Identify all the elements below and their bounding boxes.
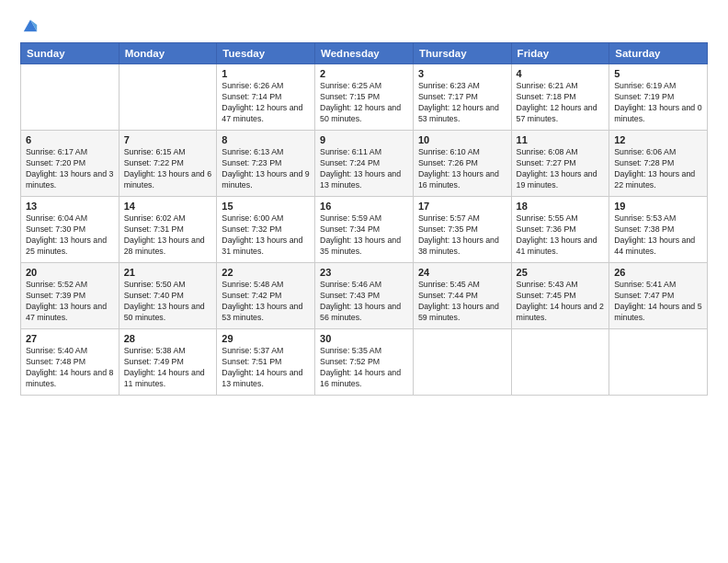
calendar-header: SundayMondayTuesdayWednesdayThursdayFrid…: [21, 43, 708, 64]
day-of-week-header: Wednesday: [315, 43, 414, 64]
calendar-cell: 29Sunrise: 5:37 AM Sunset: 7:51 PM Dayli…: [217, 329, 315, 396]
calendar-cell: 11Sunrise: 6:08 AM Sunset: 7:27 PM Dayli…: [511, 131, 609, 197]
day-info: Sunrise: 5:40 AM Sunset: 7:48 PM Dayligh…: [26, 346, 114, 390]
day-number: 24: [418, 267, 506, 278]
calendar-cell: 4Sunrise: 6:21 AM Sunset: 7:18 PM Daylig…: [511, 64, 609, 131]
calendar-cell: 16Sunrise: 5:59 AM Sunset: 7:34 PM Dayli…: [315, 197, 414, 263]
day-info: Sunrise: 6:02 AM Sunset: 7:31 PM Dayligh…: [124, 213, 212, 258]
day-of-week-header: Thursday: [413, 43, 511, 64]
calendar-cell: 5Sunrise: 6:19 AM Sunset: 7:19 PM Daylig…: [609, 64, 708, 131]
day-number: 6: [26, 134, 114, 145]
day-of-week-header: Tuesday: [217, 43, 315, 64]
calendar-cell: 14Sunrise: 6:02 AM Sunset: 7:31 PM Dayli…: [119, 197, 217, 263]
day-of-week-header: Sunday: [21, 43, 119, 64]
day-of-week-header: Friday: [511, 43, 609, 64]
day-info: Sunrise: 5:50 AM Sunset: 7:40 PM Dayligh…: [124, 280, 212, 324]
calendar-cell: 22Sunrise: 5:48 AM Sunset: 7:42 PM Dayli…: [217, 263, 315, 329]
day-info: Sunrise: 5:59 AM Sunset: 7:34 PM Dayligh…: [320, 213, 408, 258]
calendar-cell: 25Sunrise: 5:43 AM Sunset: 7:45 PM Dayli…: [511, 263, 609, 329]
day-info: Sunrise: 6:08 AM Sunset: 7:27 PM Dayligh…: [517, 147, 605, 191]
day-number: 20: [26, 267, 114, 278]
calendar-week-row: 6Sunrise: 6:17 AM Sunset: 7:20 PM Daylig…: [21, 131, 708, 197]
calendar-cell: 18Sunrise: 5:55 AM Sunset: 7:36 PM Dayli…: [511, 197, 609, 263]
day-number: 15: [222, 201, 310, 212]
calendar-cell: 6Sunrise: 6:17 AM Sunset: 7:20 PM Daylig…: [21, 131, 119, 197]
day-number: 21: [124, 267, 212, 278]
header: [20, 17, 708, 33]
calendar-week-row: 27Sunrise: 5:40 AM Sunset: 7:48 PM Dayli…: [21, 329, 708, 396]
day-info: Sunrise: 5:57 AM Sunset: 7:35 PM Dayligh…: [418, 213, 506, 258]
day-number: 1: [222, 68, 310, 79]
logo-text: [20, 17, 39, 33]
calendar-week-row: 20Sunrise: 5:52 AM Sunset: 7:39 PM Dayli…: [21, 263, 708, 329]
day-number: 14: [124, 201, 212, 212]
day-number: 4: [517, 68, 605, 79]
calendar-cell: 26Sunrise: 5:41 AM Sunset: 7:47 PM Dayli…: [609, 263, 708, 329]
calendar-cell: 2Sunrise: 6:25 AM Sunset: 7:15 PM Daylig…: [315, 64, 414, 131]
calendar-cell: 28Sunrise: 5:38 AM Sunset: 7:49 PM Dayli…: [119, 329, 217, 396]
day-number: 8: [222, 134, 310, 145]
day-number: 23: [320, 267, 408, 278]
day-info: Sunrise: 6:13 AM Sunset: 7:23 PM Dayligh…: [222, 147, 310, 191]
calendar-cell: 15Sunrise: 6:00 AM Sunset: 7:32 PM Dayli…: [217, 197, 315, 263]
day-number: 12: [614, 134, 702, 145]
calendar-cell: 30Sunrise: 5:35 AM Sunset: 7:52 PM Dayli…: [315, 329, 414, 396]
day-number: 13: [26, 201, 114, 212]
calendar: SundayMondayTuesdayWednesdayThursdayFrid…: [20, 42, 708, 396]
day-info: Sunrise: 5:48 AM Sunset: 7:42 PM Dayligh…: [222, 280, 310, 324]
day-number: 28: [124, 333, 212, 344]
day-number: 10: [418, 134, 506, 145]
day-info: Sunrise: 6:00 AM Sunset: 7:32 PM Dayligh…: [222, 213, 310, 258]
calendar-cell: 23Sunrise: 5:46 AM Sunset: 7:43 PM Dayli…: [315, 263, 414, 329]
calendar-cell: [119, 64, 217, 131]
calendar-cell: 12Sunrise: 6:06 AM Sunset: 7:28 PM Dayli…: [609, 131, 708, 197]
day-number: 25: [517, 267, 605, 278]
calendar-cell: 21Sunrise: 5:50 AM Sunset: 7:40 PM Dayli…: [119, 263, 217, 329]
day-number: 27: [26, 333, 114, 344]
day-info: Sunrise: 6:10 AM Sunset: 7:26 PM Dayligh…: [418, 147, 506, 191]
day-info: Sunrise: 6:04 AM Sunset: 7:30 PM Dayligh…: [26, 213, 114, 258]
day-info: Sunrise: 6:15 AM Sunset: 7:22 PM Dayligh…: [124, 147, 212, 191]
day-number: 16: [320, 201, 408, 212]
calendar-cell: 9Sunrise: 6:11 AM Sunset: 7:24 PM Daylig…: [315, 131, 414, 197]
day-number: 3: [418, 68, 506, 79]
day-number: 11: [517, 134, 605, 145]
day-info: Sunrise: 5:45 AM Sunset: 7:44 PM Dayligh…: [418, 280, 506, 324]
calendar-cell: [609, 329, 708, 396]
day-info: Sunrise: 5:43 AM Sunset: 7:45 PM Dayligh…: [517, 280, 605, 324]
day-info: Sunrise: 5:35 AM Sunset: 7:52 PM Dayligh…: [320, 346, 408, 390]
day-info: Sunrise: 6:06 AM Sunset: 7:28 PM Dayligh…: [614, 147, 702, 191]
day-info: Sunrise: 5:41 AM Sunset: 7:47 PM Dayligh…: [614, 280, 702, 324]
day-number: 18: [517, 201, 605, 212]
day-info: Sunrise: 6:17 AM Sunset: 7:20 PM Dayligh…: [26, 147, 114, 191]
day-of-week-header: Monday: [119, 43, 217, 64]
day-number: 19: [614, 201, 702, 212]
calendar-cell: 7Sunrise: 6:15 AM Sunset: 7:22 PM Daylig…: [119, 131, 217, 197]
day-number: 17: [418, 201, 506, 212]
day-number: 22: [222, 267, 310, 278]
calendar-week-row: 13Sunrise: 6:04 AM Sunset: 7:30 PM Dayli…: [21, 197, 708, 263]
day-number: 9: [320, 134, 408, 145]
day-info: Sunrise: 5:37 AM Sunset: 7:51 PM Dayligh…: [222, 346, 310, 390]
day-info: Sunrise: 6:23 AM Sunset: 7:17 PM Dayligh…: [418, 81, 506, 125]
calendar-cell: 24Sunrise: 5:45 AM Sunset: 7:44 PM Dayli…: [413, 263, 511, 329]
calendar-cell: 1Sunrise: 6:26 AM Sunset: 7:14 PM Daylig…: [217, 64, 315, 131]
calendar-cell: [511, 329, 609, 396]
calendar-body: 1Sunrise: 6:26 AM Sunset: 7:14 PM Daylig…: [21, 64, 708, 396]
calendar-cell: 13Sunrise: 6:04 AM Sunset: 7:30 PM Dayli…: [21, 197, 119, 263]
day-of-week-header: Saturday: [609, 43, 708, 64]
calendar-cell: [413, 329, 511, 396]
day-info: Sunrise: 6:11 AM Sunset: 7:24 PM Dayligh…: [320, 147, 408, 191]
page: SundayMondayTuesdayWednesdayThursdayFrid…: [0, 0, 728, 563]
day-number: 29: [222, 333, 310, 344]
day-number: 26: [614, 267, 702, 278]
calendar-cell: [21, 64, 119, 131]
day-info: Sunrise: 6:19 AM Sunset: 7:19 PM Dayligh…: [614, 81, 702, 125]
header-row: SundayMondayTuesdayWednesdayThursdayFrid…: [21, 43, 708, 64]
logo-icon: [22, 17, 39, 33]
calendar-cell: 27Sunrise: 5:40 AM Sunset: 7:48 PM Dayli…: [21, 329, 119, 396]
day-info: Sunrise: 6:26 AM Sunset: 7:14 PM Dayligh…: [222, 81, 310, 125]
calendar-cell: 17Sunrise: 5:57 AM Sunset: 7:35 PM Dayli…: [413, 197, 511, 263]
day-info: Sunrise: 5:52 AM Sunset: 7:39 PM Dayligh…: [26, 280, 114, 324]
day-info: Sunrise: 5:38 AM Sunset: 7:49 PM Dayligh…: [124, 346, 212, 390]
